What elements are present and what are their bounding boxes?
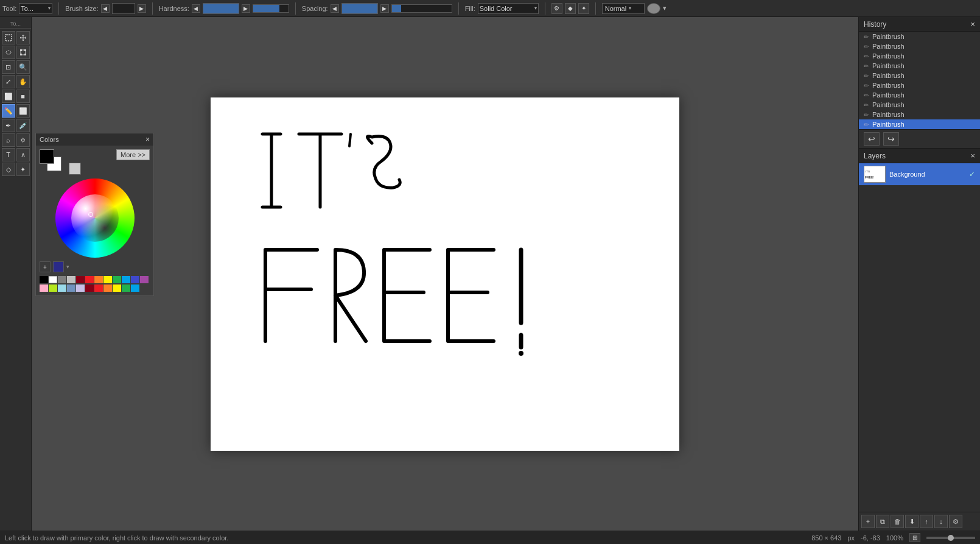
palette-cell-orange2[interactable] <box>103 284 112 292</box>
palette-cell-black[interactable] <box>40 276 48 283</box>
hardness-input[interactable]: 75% <box>203 3 239 14</box>
palette-cell-blue[interactable] <box>122 276 130 283</box>
history-item-7[interactable]: ✏Paintbrush <box>859 100 980 110</box>
palette-cell-cyan2[interactable] <box>131 284 139 292</box>
zoom-tool[interactable]: 🔍 <box>16 60 30 74</box>
copy-layer-btn[interactable]: ⧉ <box>876 515 889 528</box>
history-item-5[interactable]: ✏Paintbrush <box>859 80 980 90</box>
hardness-dec[interactable]: ◀ <box>192 4 200 13</box>
history-undo-btn[interactable]: ↩ <box>864 132 880 146</box>
palette-cell-steelblue[interactable] <box>67 284 75 292</box>
palette-cell-silver[interactable] <box>67 276 75 283</box>
hand-tool[interactable]: ✋ <box>16 75 30 88</box>
layer-item-background[interactable]: IT'S FREE! Background ✓ <box>859 163 980 185</box>
palette-cell-gray[interactable] <box>58 276 66 283</box>
canvas-area[interactable] <box>32 17 858 531</box>
transform-tool[interactable] <box>16 46 30 59</box>
history-item-4[interactable]: ✏Paintbrush <box>859 71 980 80</box>
palette-cell-orange[interactable] <box>94 276 103 283</box>
palette-cell-red2[interactable] <box>94 284 103 292</box>
fill-rect-tool[interactable]: ■ <box>16 90 30 103</box>
history-item-6[interactable]: ✏Paintbrush <box>859 90 980 100</box>
text-tool[interactable]: T <box>2 148 15 161</box>
history-item-2[interactable]: ✏Paintbrush <box>859 51 980 61</box>
selection-rect-tool[interactable] <box>2 31 15 44</box>
merge-layer-btn[interactable]: ⬇ <box>905 515 919 528</box>
history-item-9[interactable]: ✏Paintbrush <box>859 119 980 129</box>
zoom-fit-btn[interactable]: ⊞ <box>909 533 920 542</box>
crop-tool[interactable]: ⊡ <box>2 60 15 74</box>
colors-panel-close[interactable]: × <box>145 135 150 144</box>
spacing-inc[interactable]: ▶ <box>380 4 389 13</box>
lasso-tool[interactable] <box>2 46 15 59</box>
spacing-input[interactable]: 15% <box>341 3 378 14</box>
hardness-inc[interactable]: ▶ <box>242 4 250 13</box>
magic-wand-tool[interactable]: ✦ <box>16 163 30 176</box>
add-color-btn[interactable]: + <box>40 261 51 272</box>
palette-cell-indigo[interactable] <box>131 276 139 283</box>
gradient-tool[interactable]: ⬜ <box>2 90 15 103</box>
history-item-1[interactable]: ✏Paintbrush <box>859 41 980 51</box>
add-layer-btn[interactable]: + <box>861 515 875 528</box>
palette-cell-lightblue[interactable] <box>58 284 66 292</box>
layers-close-btn[interactable]: × <box>970 151 975 160</box>
color-picker-tool[interactable]: 💉 <box>16 119 30 132</box>
palette-cell-green2[interactable] <box>122 284 130 292</box>
tool-dropdown[interactable]: To... ▾ <box>19 3 52 14</box>
spacing-dec[interactable]: ◀ <box>331 4 339 13</box>
brush-size-dec[interactable]: ◀ <box>101 4 110 13</box>
move-layer-down-btn[interactable]: ↓ <box>934 515 948 528</box>
move-tool[interactable] <box>16 31 30 44</box>
history-redo-btn[interactable]: ↪ <box>883 132 899 146</box>
brush-opt-btn3[interactable]: ✦ <box>578 3 589 14</box>
history-item-8[interactable]: ✏Paintbrush <box>859 110 980 119</box>
history-item-0[interactable]: ✏Paintbrush <box>859 32 980 41</box>
layer-settings-btn[interactable]: ⚙ <box>949 515 962 528</box>
colors-panel: Colors × More >> + <box>35 133 154 296</box>
palette-cell-yellow[interactable] <box>103 276 112 283</box>
shape-tool[interactable]: ◇ <box>2 163 15 176</box>
current-color-swatch[interactable] <box>53 261 64 272</box>
zoom-slider-thumb[interactable] <box>948 535 954 541</box>
fg-color-swatch[interactable] <box>40 149 54 164</box>
pencil-tool[interactable]: ✒ <box>2 119 15 132</box>
clone-tool[interactable]: ✡ <box>16 133 30 147</box>
palette-cell-purple[interactable] <box>140 276 149 283</box>
eraser-tool[interactable]: ⬜ <box>16 104 30 118</box>
color-palette <box>40 276 150 292</box>
layers-header: Layers × <box>859 149 980 163</box>
palette-cell-lime[interactable] <box>49 284 57 292</box>
blend-dropdown[interactable]: Normal ▾ <box>602 3 645 14</box>
blend-circle-btn[interactable] <box>647 3 660 14</box>
palette-cell-darkred[interactable] <box>76 276 85 283</box>
history-item-3[interactable]: ✏Paintbrush <box>859 61 980 71</box>
brush-size-inc[interactable]: ▶ <box>138 4 146 13</box>
brush-opt-btn2[interactable]: ◆ <box>565 3 576 14</box>
path-tool[interactable]: ∧ <box>16 148 30 161</box>
paintbrush-tool[interactable]: ✏️ <box>2 104 15 118</box>
more-colors-btn[interactable]: More >> <box>116 149 150 160</box>
color-wheel-cursor[interactable] <box>88 212 93 217</box>
drawing-canvas[interactable] <box>211 97 679 451</box>
palette-cell-red[interactable] <box>85 276 94 283</box>
fill-dropdown[interactable]: Solid Color ▾ <box>478 3 539 14</box>
history-item-label: Paintbrush <box>872 43 905 50</box>
delete-layer-btn[interactable]: 🗑 <box>891 515 904 528</box>
active-color-preview[interactable] <box>69 163 81 175</box>
brush-opt-btn1[interactable]: ⚙ <box>551 3 562 14</box>
color-wheel[interactable] <box>55 178 135 258</box>
palette-cell-yellow2[interactable] <box>113 284 121 292</box>
palette-cell-pink[interactable] <box>40 284 48 292</box>
palette-cell-maroon[interactable] <box>85 284 94 292</box>
brush-size-input[interactable]: 10 <box>112 3 135 14</box>
history-close-btn[interactable]: × <box>970 19 975 29</box>
history-items-container: ✏Paintbrush✏Paintbrush✏Paintbrush✏Paintb… <box>859 32 980 129</box>
palette-cell-white[interactable] <box>49 276 57 283</box>
zoom-slider[interactable] <box>926 537 975 539</box>
color-wheel-container[interactable] <box>40 178 150 258</box>
warp-tool[interactable]: ⤢ <box>2 75 15 88</box>
palette-cell-lavender[interactable] <box>76 284 85 292</box>
smudge-tool[interactable]: ⌕ <box>2 133 15 147</box>
move-layer-up-btn[interactable]: ↑ <box>920 515 933 528</box>
palette-cell-green[interactable] <box>113 276 121 283</box>
